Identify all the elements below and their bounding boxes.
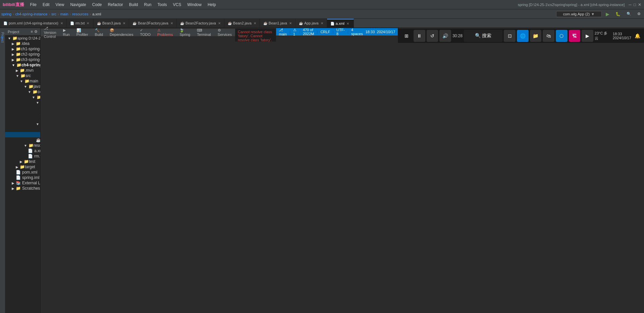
tab-terminal[interactable]: ⌨ Terminal <box>194 27 214 38</box>
tab-rmtxt[interactable]: 📄 rm.txt ✕ <box>67 19 94 27</box>
run-config[interactable]: com.wlg.App (2) ▼ <box>556 11 602 17</box>
bean3factory-close[interactable]: ✕ <box>170 21 173 25</box>
tree-target[interactable]: ▶ 📁 target <box>5 164 40 170</box>
menu-vcs[interactable]: VCS <box>170 2 184 8</box>
tab-axml[interactable]: 📄 a.xml ✕ <box>327 19 354 27</box>
run-config-dropdown[interactable]: ▼ <box>591 12 595 16</box>
tree-app[interactable]: ☕ App <box>5 137 40 143</box>
tree-main[interactable]: ▼ 📁 main <box>5 78 40 84</box>
tab-problems[interactable]: ⚠ Problems <box>154 27 176 38</box>
tab-services[interactable]: ⚙ Services <box>214 27 235 38</box>
notification-btn[interactable]: 🔔 <box>634 30 641 42</box>
tree-root[interactable]: ▼ 📁 spring D:\24-25-1\cs2\spring\spring <box>5 36 40 41</box>
tab-bean2[interactable]: ☕ Bean2.java ✕ <box>224 19 260 27</box>
menu-help[interactable]: Help <box>205 2 219 8</box>
axml-close[interactable]: ✕ <box>346 22 349 25</box>
video-btn[interactable]: ⏸ <box>414 30 425 42</box>
tree-ch1[interactable]: ▶ 📁 ch1-spring-hello <box>5 46 40 52</box>
tab-build[interactable]: 🔨 Build <box>92 27 106 38</box>
tree-extlibs[interactable]: ▶ 📚 External Libraries <box>5 180 40 186</box>
settings-icon[interactable]: ⚙ <box>34 29 38 34</box>
store-btn[interactable]: 🛍 <box>543 30 554 42</box>
tree-axml[interactable]: 📄 a.xml <box>5 148 40 153</box>
com-expand-icon: ▼ <box>28 90 31 94</box>
project-tab[interactable]: Project <box>0 31 5 44</box>
settings-button[interactable]: ⚙ <box>635 11 643 17</box>
tree-src[interactable]: ▼ 📁 src <box>5 73 40 78</box>
tab-bean3[interactable]: ☕ Bean3.java ✕ <box>94 19 129 27</box>
tree-bean2[interactable]: ☕ Bean2 <box>5 111 40 116</box>
bean1-close[interactable]: ✕ <box>289 21 292 25</box>
bean2factory-close[interactable]: ✕ <box>218 21 221 25</box>
menu-window[interactable]: Window <box>184 2 204 8</box>
menu-edit[interactable]: Edit <box>40 2 52 8</box>
pom-close[interactable]: ✕ <box>60 21 63 25</box>
tree-mvn[interactable]: ▶ 📁 .mvn <box>5 68 40 73</box>
menu-file[interactable]: File <box>28 2 39 8</box>
tree-wlg[interactable]: ▼ 📁 wlg <box>5 95 40 100</box>
tab-vcs[interactable]: ⎇ Version Control <box>41 25 60 40</box>
tree-resources[interactable]: ▼ 📁 resources <box>5 143 40 148</box>
tab-spring[interactable]: 🍃 Spring <box>176 27 194 38</box>
rmtxt-close[interactable]: ✕ <box>87 21 89 25</box>
intellij-btn[interactable]: 🏗 <box>569 30 581 42</box>
tab-todo[interactable]: ✓ TODO <box>137 27 154 38</box>
menu-build[interactable]: Build <box>126 2 141 8</box>
tree-test[interactable]: ▶ 📁 test <box>5 159 40 164</box>
tree-bean1[interactable]: ☕ Bean1 <box>5 105 40 111</box>
tree-ch2[interactable]: ▶ 📁 ch2-spring-di <box>5 52 40 57</box>
menu-code[interactable]: Code <box>90 2 105 8</box>
search-button[interactable]: 🔍 <box>625 11 633 17</box>
tree-springiml[interactable]: 📄 spring.iml <box>5 175 40 180</box>
tree-idea[interactable]: ▶ 📁 .idea <box>5 41 40 46</box>
task-view-btn[interactable]: ⊡ <box>504 30 516 42</box>
tab-bean2factory[interactable]: ☕ Bean2Factory.java ✕ <box>177 19 224 27</box>
bc-main[interactable]: main <box>60 12 68 16</box>
bc-src[interactable]: src <box>51 12 56 16</box>
search-taskbar-btn[interactable]: 🔍 搜索 <box>464 30 502 42</box>
bc-module[interactable]: ch4-spring-instance <box>15 12 48 16</box>
bean3-close[interactable]: ✕ <box>123 21 125 25</box>
tree-ch3[interactable]: ▶ 📁 ch3-spring-demo1 <box>5 57 40 62</box>
app-close[interactable]: ✕ <box>321 21 323 25</box>
tree-java[interactable]: ▼ 📁 java <box>5 84 40 89</box>
tree-ch4[interactable]: ▼ 📁 ch4-spring-instance <box>5 62 40 68</box>
bc-resources[interactable]: resources <box>72 12 88 16</box>
menu-navigate[interactable]: Navigate <box>67 2 89 8</box>
start-btn[interactable]: ⊞ <box>400 30 412 42</box>
tab-run[interactable]: ▶ Run <box>60 27 73 38</box>
tree-pomxml[interactable]: 📄 pom.xml <box>5 170 40 175</box>
debug-button[interactable]: 🐛 <box>613 11 623 17</box>
menu-refactor[interactable]: Refactor <box>105 2 125 8</box>
tab-app[interactable]: ☕ App.java ✕ <box>296 19 327 27</box>
menu-run[interactable]: Run <box>142 2 154 8</box>
tree-rmtxt[interactable]: 📄 rm.txt <box>5 153 40 159</box>
menu-tools[interactable]: Tools <box>155 2 170 8</box>
run-button[interactable]: ▶ <box>604 11 611 17</box>
minimize-btn[interactable]: ─ <box>629 2 632 7</box>
bean2-close[interactable]: ✕ <box>254 21 256 25</box>
close-btn[interactable]: ✕ <box>638 2 641 7</box>
media-btn[interactable]: ▶ <box>582 30 593 42</box>
tree-bean3[interactable]: ☕ Bean3 <box>5 116 40 121</box>
explorer-btn[interactable]: 📁 <box>530 30 542 42</box>
tree-com[interactable]: ▼ 📁 com <box>5 89 40 95</box>
tree-fatory[interactable]: ▼ 📁 fatory <box>5 121 40 127</box>
collapse-all-icon[interactable]: ≡ <box>31 29 33 34</box>
tab-profiler[interactable]: 📊 Profiler <box>73 27 92 38</box>
volume-btn[interactable]: 🔊 <box>439 30 451 42</box>
edge-btn[interactable]: 🌐 <box>517 30 529 42</box>
tree-bean2factory[interactable]: ☕ Bean2Factory <box>5 127 40 132</box>
bc-spring[interactable]: spring <box>1 12 11 16</box>
menu-view[interactable]: View <box>53 2 67 8</box>
tree-bean3factory[interactable]: ☕ Bean3Factory <box>5 132 40 137</box>
maximize-btn[interactable]: □ <box>634 2 636 7</box>
replay-btn[interactable]: ↺ <box>427 30 438 42</box>
tree-scratches[interactable]: ▶ 📁 Scratches and Consoles <box>5 186 40 191</box>
tab-bean3factory[interactable]: ☕ Bean3Factory.java ✕ <box>129 19 177 27</box>
rmtxt-icon: 📄 <box>70 21 74 25</box>
vscode-btn[interactable]: ⬡ <box>556 30 568 42</box>
tab-bean1[interactable]: ☕ Bean1.java ✕ <box>260 19 296 27</box>
tab-deps[interactable]: 📦 Dependencies <box>106 27 137 38</box>
tree-domain[interactable]: ▼ 📁 domain <box>5 100 40 105</box>
